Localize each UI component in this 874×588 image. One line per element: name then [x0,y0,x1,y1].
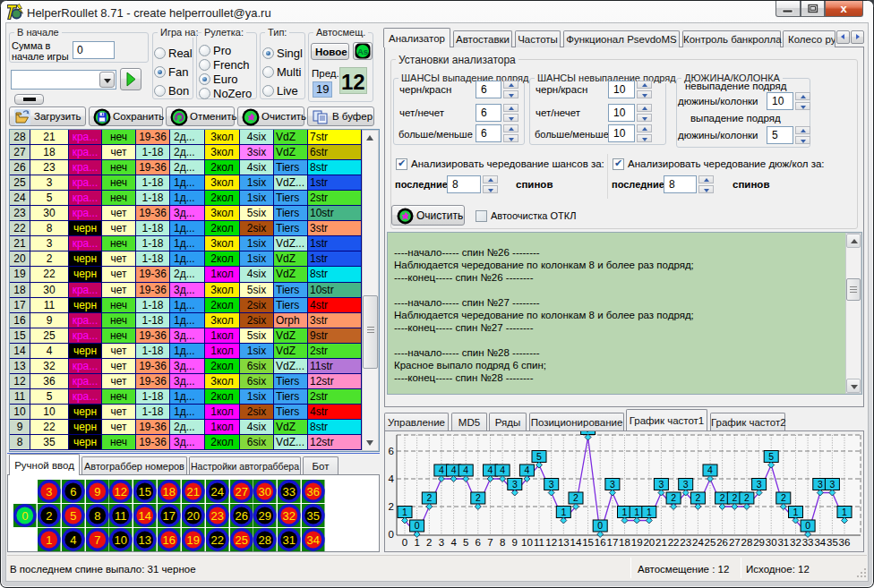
svg-text:27: 27 [236,485,248,499]
svg-text:28: 28 [741,537,753,548]
svg-text:34: 34 [307,533,320,547]
svg-text:7: 7 [487,537,493,548]
svg-text:16: 16 [595,537,606,548]
svg-text:2: 2 [426,492,432,503]
svg-text:4: 4 [451,464,457,475]
svg-text:11: 11 [534,537,544,548]
svg-text:17: 17 [607,537,619,548]
svg-text:30: 30 [259,485,271,499]
svg-text:3: 3 [757,479,762,490]
svg-text:12: 12 [545,537,557,548]
svg-text:1: 1 [414,537,419,548]
svg-text:15: 15 [582,537,594,548]
svg-text:19: 19 [631,537,643,548]
svg-text:20: 20 [187,509,200,523]
svg-text:3: 3 [818,479,823,490]
svg-text:4: 4 [70,533,76,547]
svg-text:15: 15 [139,485,151,499]
svg-text:22: 22 [211,533,224,547]
svg-text:1: 1 [842,507,847,517]
svg-text:7: 7 [586,431,591,434]
svg-text:1: 1 [793,507,799,517]
svg-text:36: 36 [839,537,851,548]
svg-text:4: 4 [500,464,505,475]
svg-text:13: 13 [558,537,570,548]
svg-text:2: 2 [732,492,737,503]
svg-text:3: 3 [658,479,664,490]
svg-text:21: 21 [656,537,667,548]
svg-text:21: 21 [187,485,200,499]
svg-text:2: 2 [781,492,786,503]
svg-text:1: 1 [561,507,566,517]
svg-text:9: 9 [94,485,100,499]
svg-text:3: 3 [439,537,444,548]
svg-text:0: 0 [402,537,407,548]
svg-text:4: 4 [389,473,395,484]
svg-text:4: 4 [524,464,529,475]
svg-text:6: 6 [389,446,394,456]
svg-text:23: 23 [211,509,224,523]
svg-text:7: 7 [94,533,100,547]
svg-text:6: 6 [476,537,481,548]
svg-text:2: 2 [389,501,394,512]
svg-text:2: 2 [426,537,432,548]
svg-text:12: 12 [115,485,127,499]
svg-text:10: 10 [521,537,533,548]
svg-text:2: 2 [573,492,578,503]
svg-text:30: 30 [766,537,777,548]
svg-text:3: 3 [512,479,518,490]
svg-text:24: 24 [211,485,224,499]
svg-text:35: 35 [307,509,320,523]
svg-text:0: 0 [389,529,394,540]
svg-text:32: 32 [790,537,801,548]
svg-text:31: 31 [777,537,789,548]
svg-text:23: 23 [680,537,691,548]
svg-text:8: 8 [94,509,100,523]
svg-text:0: 0 [21,509,28,523]
svg-text:3: 3 [610,479,615,490]
svg-text:3: 3 [549,479,554,490]
svg-text:4: 4 [707,464,713,475]
svg-text:2: 2 [744,492,750,503]
svg-text:1: 1 [647,507,652,517]
svg-text:32: 32 [283,509,296,523]
svg-text:33: 33 [283,485,296,499]
svg-text:0: 0 [415,520,420,531]
svg-text:25: 25 [705,537,716,548]
svg-text:24: 24 [692,537,704,548]
svg-text:26: 26 [236,509,248,523]
svg-text:2: 2 [720,492,725,503]
svg-text:18: 18 [163,485,176,499]
svg-text:27: 27 [729,537,741,548]
svg-text:0: 0 [805,520,810,531]
svg-text:22: 22 [668,537,680,548]
svg-text:4: 4 [450,537,457,548]
svg-text:As: As [357,47,368,56]
svg-text:11: 11 [115,509,127,523]
svg-text:4: 4 [439,464,444,475]
svg-text:1: 1 [634,507,639,517]
svg-text:20: 20 [643,537,655,548]
svg-text:34: 34 [814,537,826,548]
svg-text:1: 1 [46,533,52,547]
svg-text:2: 2 [695,492,700,503]
svg-text:14: 14 [139,509,151,523]
svg-text:x: x [840,2,847,15]
svg-text:5: 5 [536,451,542,462]
svg-text:25: 25 [236,533,248,547]
svg-text:28: 28 [259,533,271,547]
svg-text:16: 16 [163,533,176,547]
svg-text:35: 35 [827,537,838,548]
svg-text:6: 6 [70,485,76,499]
svg-text:3: 3 [46,485,52,499]
svg-text:33: 33 [802,537,814,548]
svg-text:1: 1 [622,507,628,517]
svg-text:29: 29 [259,509,271,523]
svg-text:2: 2 [671,492,676,503]
svg-text:3: 3 [829,479,835,490]
svg-text:10: 10 [115,533,127,547]
svg-text:4: 4 [488,464,493,475]
svg-text:26: 26 [716,537,728,548]
svg-text:4: 4 [463,464,468,475]
svg-text:8: 8 [500,537,505,548]
